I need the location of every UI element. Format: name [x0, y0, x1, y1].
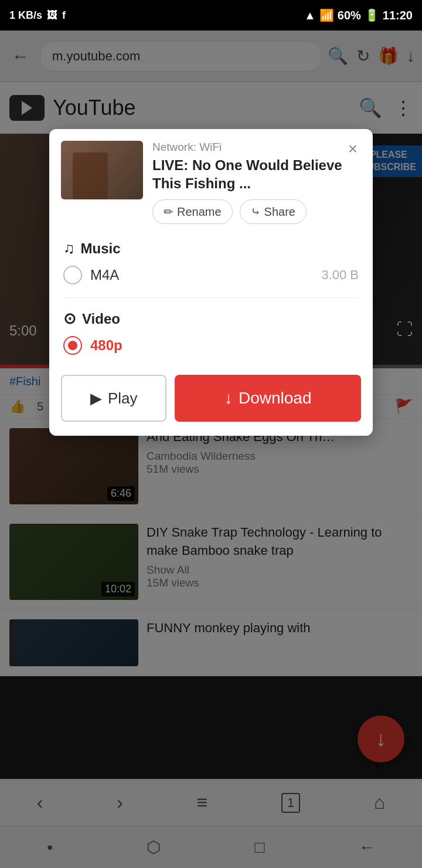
modal-video-section: ⊙ Video 480p: [49, 300, 373, 365]
m4a-label: M4A: [90, 267, 119, 283]
radio-dot: [68, 341, 77, 350]
480p-label: 480p: [90, 337, 122, 354]
download-button[interactable]: ↓ Download: [175, 375, 361, 422]
modal-music-section: ♫ Music M4A 3.00 B: [49, 230, 373, 295]
m4a-size: 3.00 B: [321, 267, 359, 283]
modal-network-label: Network: WiFi: [152, 141, 361, 154]
rename-label: Rename: [177, 205, 222, 219]
share-label: Share: [264, 205, 295, 219]
modal-thumbnail: [61, 141, 143, 199]
battery-icon: 🔋: [365, 8, 379, 22]
download-button-label: Download: [239, 389, 312, 408]
modal-video-title: LIVE: No One Would Believe This Fishing …: [152, 156, 361, 192]
modal-action-row: ▶ Play ↓ Download: [49, 365, 373, 424]
m4a-radio-button[interactable]: [63, 266, 82, 284]
play-button[interactable]: ▶ Play: [61, 375, 166, 422]
modal-divider: [63, 297, 359, 298]
share-icon: ⤷: [251, 205, 261, 219]
music-label: Music: [81, 240, 121, 257]
status-bar: 1 KB/s 🖼 f ▲ 📶 60% 🔋 11:20: [0, 0, 422, 30]
modal-header: Network: WiFi LIVE: No One Would Believe…: [49, 129, 373, 230]
download-modal: Network: WiFi LIVE: No One Would Believe…: [49, 129, 373, 436]
modal-action-buttons: ✏ Rename ⤷ Share: [152, 199, 361, 224]
photo-icon: 🖼: [47, 9, 57, 22]
modal-video-info: Network: WiFi LIVE: No One Would Believe…: [152, 141, 361, 224]
480p-radio-button[interactable]: [63, 336, 82, 355]
music-note-icon: ♫: [63, 239, 75, 257]
play-button-label: Play: [108, 389, 138, 408]
modal-close-button[interactable]: ×: [342, 138, 363, 160]
status-left: 1 KB/s 🖼 f: [9, 9, 66, 22]
speed-indicator: 1 KB/s: [9, 9, 42, 22]
rename-icon: ✏: [164, 205, 173, 219]
close-icon: ×: [348, 140, 358, 158]
480p-option-row: 480p: [63, 336, 359, 355]
share-button[interactable]: ⤷ Share: [240, 199, 307, 224]
m4a-option-row: M4A 3.00 B: [63, 266, 359, 284]
rename-button[interactable]: ✏ Rename: [152, 199, 233, 224]
wifi-icon: ▲: [304, 9, 316, 22]
video-camera-icon: ⊙: [63, 310, 76, 328]
download-button-icon: ↓: [224, 389, 233, 408]
play-button-icon: ▶: [90, 389, 102, 408]
fb-icon: f: [62, 9, 66, 22]
video-label: Video: [82, 311, 120, 327]
signal-icon: 📶: [319, 8, 334, 22]
video-section-title: ⊙ Video: [63, 310, 359, 328]
time-display: 11:20: [383, 9, 413, 22]
music-section-title: ♫ Music: [63, 239, 359, 257]
status-right: ▲ 📶 60% 🔋 11:20: [304, 8, 413, 22]
battery-percent: 60%: [338, 9, 361, 22]
